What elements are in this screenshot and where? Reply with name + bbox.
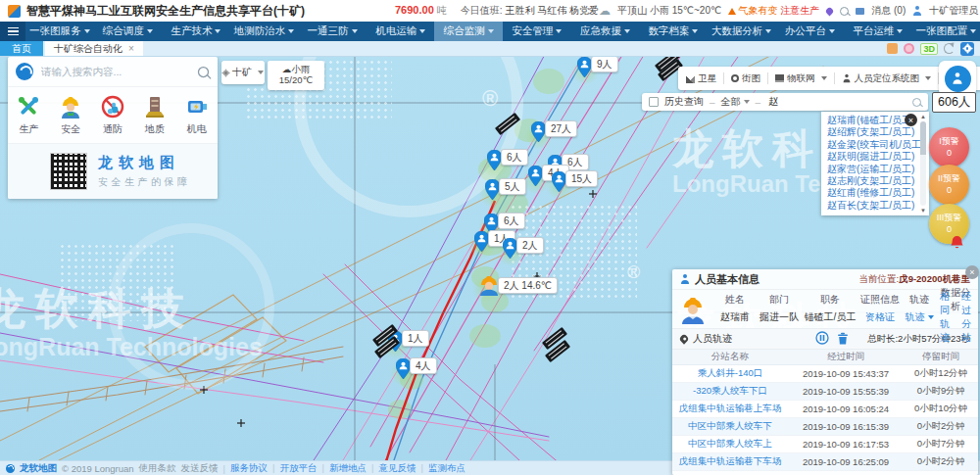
- stations-link[interactable]: 经过分站: [958, 290, 974, 345]
- checkbox-icon[interactable]: [649, 97, 659, 107]
- same-track-link[interactable]: 相同轨迹: [937, 290, 953, 345]
- category-safety[interactable]: 安全: [50, 87, 92, 143]
- filter-select[interactable]: 全部: [721, 95, 750, 109]
- personnel-button[interactable]: [939, 61, 976, 96]
- person-marker[interactable]: 4人: [396, 358, 411, 379]
- history-result-item[interactable]: 赵绍辉(支架工/员工): [827, 126, 915, 138]
- search-icon[interactable]: [198, 66, 209, 76]
- nav-item[interactable]: 一张图配置: [912, 22, 980, 41]
- pause-button[interactable]: [815, 331, 829, 347]
- location-pin-icon[interactable]: [825, 6, 835, 16]
- nav-items: 一张图服务综合调度生产技术地测防治水一通三防机电运输综合监测安全管理应急救援数字…: [25, 22, 980, 41]
- legend-icon[interactable]: [887, 43, 898, 54]
- user-name[interactable]: 十矿管理员: [929, 4, 978, 18]
- close-icon[interactable]: ×: [965, 265, 979, 279]
- person-marker[interactable]: 15人: [552, 171, 566, 192]
- nav-item[interactable]: 安全管理: [503, 22, 571, 41]
- nav-item[interactable]: 办公平台: [775, 22, 844, 41]
- message-icon[interactable]: [856, 8, 864, 15]
- person-icon: [842, 74, 851, 83]
- nav-item[interactable]: 地测防治水: [230, 22, 299, 41]
- search-icon[interactable]: [840, 7, 849, 16]
- close-tab-icon[interactable]: ×: [128, 43, 134, 54]
- nav-item[interactable]: 机电运输: [367, 22, 435, 41]
- alert-badge-2[interactable]: II预警0: [929, 165, 969, 205]
- nav-item[interactable]: 大数据分析: [708, 22, 776, 41]
- iot-dropdown[interactable]: 物联网: [775, 72, 827, 85]
- mine-select[interactable]: 十矿: [221, 61, 265, 84]
- station-name-link[interactable]: 乘人斜井-140口: [672, 367, 788, 380]
- tab-home[interactable]: 首页: [0, 41, 43, 56]
- locate-icon[interactable]: [904, 43, 914, 54]
- category-mechatronics[interactable]: 机电: [175, 87, 218, 143]
- nav-item[interactable]: 一张图服务: [25, 22, 94, 41]
- nav-item[interactable]: 综合监测: [434, 22, 503, 41]
- alarm-bell-icon[interactable]: [949, 235, 965, 256]
- history-keyword-input[interactable]: [766, 96, 906, 109]
- person-marker[interactable]: 2人 14.6℃: [478, 274, 500, 296]
- search-icon[interactable]: [912, 98, 921, 107]
- trash-button[interactable]: [837, 332, 849, 347]
- nav-item[interactable]: 综合调度: [94, 22, 163, 41]
- history-result-item[interactable]: 赵百长(支架工/员工): [827, 200, 915, 212]
- pass-time: 2019-10-09 16:25:09: [788, 456, 904, 467]
- positioning-dropdown[interactable]: 人员定位系统图: [842, 72, 932, 85]
- person-marker[interactable]: 6人: [487, 150, 502, 170]
- settings-button[interactable]: [960, 42, 974, 56]
- person-marker[interactable]: 2人: [503, 238, 517, 259]
- station-name-link[interactable]: -320乘人绞车下口: [672, 385, 788, 398]
- alert-badge-1[interactable]: I预警0: [929, 127, 969, 167]
- brand-slogan: 安全生产的保障: [98, 175, 191, 189]
- history-result-item[interactable]: 赵金梁(绞车司机/员工): [827, 139, 915, 151]
- nav-item[interactable]: 生产技术: [162, 22, 230, 41]
- scroll-down-icon[interactable]: ▼: [920, 208, 926, 214]
- cert-link[interactable]: 资格证: [858, 310, 902, 324]
- footer-feedback[interactable]: 发送反馈: [181, 462, 219, 475]
- category-production[interactable]: 生产: [8, 87, 50, 143]
- tab-current[interactable]: 十矿综合自动化×: [45, 41, 143, 56]
- station-name-link[interactable]: 戊组集中轨运输巷下车场: [672, 455, 788, 468]
- scroll-thumb[interactable]: [920, 121, 926, 206]
- 3d-toggle[interactable]: 3D: [920, 43, 938, 55]
- marker-count-label: 9人: [591, 57, 618, 72]
- scroll-up-icon[interactable]: ▲: [920, 114, 926, 119]
- footer-link[interactable]: 监测布点: [428, 462, 466, 475]
- header: 智慧平煤神马工业互联网安全生产信息共享平台(十矿) 7690.00 吨 今日值班…: [0, 0, 980, 22]
- footer-link[interactable]: 新增地点: [329, 462, 367, 475]
- history-result-item[interactable]: 赵红甫(维修工/员工): [827, 187, 915, 199]
- category-ventilation[interactable]: 通防: [92, 87, 134, 143]
- refresh-icon[interactable]: [944, 43, 955, 54]
- marker-count-label: 5人: [499, 178, 526, 195]
- person-marker[interactable]: 5人: [485, 179, 500, 200]
- footer-link[interactable]: 服务协议: [230, 462, 268, 475]
- track-dropdown[interactable]: 轨迹: [902, 310, 937, 324]
- close-icon[interactable]: ×: [905, 114, 917, 126]
- footer-link[interactable]: 开放平台: [280, 462, 318, 475]
- history-result-item[interactable]: 赵家营(运输工/员工): [827, 164, 915, 175]
- station-name-link[interactable]: 中区中部乘人绞车上: [672, 438, 788, 451]
- station-name-link[interactable]: 中区中部乘人绞车下: [672, 420, 788, 433]
- history-result-item[interactable]: 赵瑞甫(锚碴工/员工): [827, 115, 915, 126]
- search-input[interactable]: [39, 65, 193, 78]
- person-marker[interactable]: 1人: [474, 231, 489, 252]
- satellite-button[interactable]: 卫星: [686, 72, 716, 85]
- category-geology[interactable]: 地质: [133, 87, 175, 143]
- pass-time: 2019-10-09 16:05:24: [788, 404, 904, 414]
- message-count[interactable]: 消息 (0): [871, 4, 906, 18]
- person-marker[interactable]: 9人: [577, 57, 592, 77]
- history-result-item[interactable]: 赵跃明(掘进工/员工): [827, 151, 915, 163]
- footer-terms[interactable]: 使用条款: [139, 462, 176, 475]
- footer-link[interactable]: 意见反馈: [378, 462, 416, 475]
- person-marker[interactable]: 4人: [528, 166, 543, 186]
- scrollbar[interactable]: ▲▼: [918, 114, 928, 214]
- station-name-link[interactable]: 戊组集中轨运输巷上车场: [672, 403, 788, 415]
- history-result-item[interactable]: 赵志刚(支架工/员工): [827, 175, 915, 187]
- chevron-down-icon: [352, 29, 358, 33]
- nav-item[interactable]: 应急救援: [571, 22, 640, 41]
- nav-item[interactable]: 数字档案: [639, 22, 708, 41]
- person-marker[interactable]: 27人: [531, 121, 546, 142]
- nav-item[interactable]: 一通三防: [298, 22, 367, 41]
- menu-hamburger-button[interactable]: [0, 22, 25, 41]
- nav-item[interactable]: 平台运维: [844, 22, 912, 41]
- street-map-button[interactable]: 街图: [731, 72, 760, 85]
